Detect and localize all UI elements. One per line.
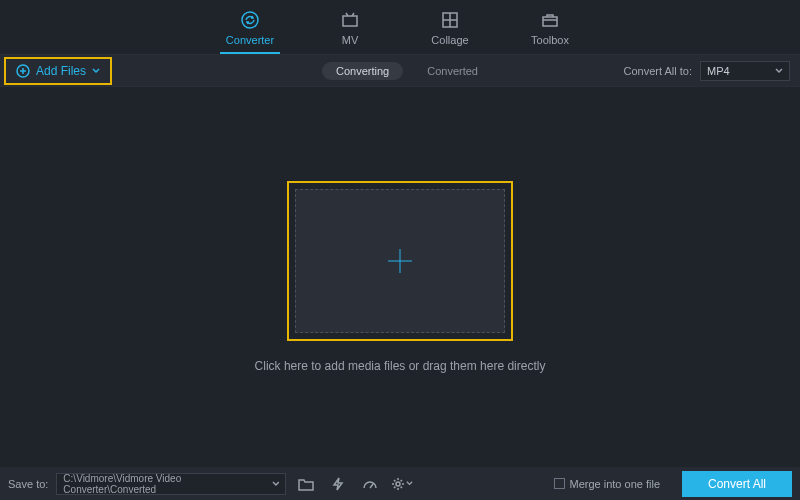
high-speed-button[interactable] (358, 473, 382, 495)
chevron-down-icon (406, 480, 413, 487)
nav-tab-collage[interactable]: Collage (420, 10, 480, 54)
merge-label: Merge into one file (570, 478, 661, 490)
nav-label: Collage (431, 34, 468, 46)
svg-point-0 (242, 12, 258, 28)
format-value: MP4 (707, 65, 730, 77)
tab-converting[interactable]: Converting (322, 62, 403, 80)
folder-icon (298, 477, 314, 491)
toolbox-icon (540, 10, 560, 30)
nav-tab-toolbox[interactable]: Toolbox (520, 10, 580, 54)
lightning-icon (331, 477, 345, 491)
checkbox-box (554, 478, 565, 489)
chevron-down-icon (272, 480, 280, 488)
nav-tab-mv[interactable]: MV (320, 10, 380, 54)
chevron-down-icon (775, 67, 783, 75)
plus-icon (383, 244, 417, 278)
convert-all-to-label: Convert All to: (624, 65, 692, 77)
add-files-label: Add Files (36, 64, 86, 78)
add-files-button[interactable]: Add Files (4, 57, 112, 85)
gauge-icon (362, 477, 378, 491)
convert-all-label: Convert All (708, 477, 766, 491)
nav-tab-converter[interactable]: Converter (220, 10, 280, 54)
save-path-select[interactable]: C:\Vidmore\Vidmore Video Converter\Conve… (56, 473, 286, 495)
converter-icon (240, 10, 260, 30)
svg-rect-1 (343, 16, 357, 26)
top-nav: Converter MV Collage Toolbox (0, 0, 800, 55)
svg-rect-3 (543, 17, 557, 26)
tab-converted[interactable]: Converted (427, 65, 478, 77)
mv-icon (340, 10, 360, 30)
nav-label: Converter (226, 34, 274, 46)
hw-accel-button[interactable] (326, 473, 350, 495)
drop-hint-text: Click here to add media files or drag th… (255, 359, 546, 373)
settings-button[interactable] (390, 473, 414, 495)
collage-icon (440, 10, 460, 30)
gear-icon (391, 477, 405, 491)
save-to-label: Save to: (8, 478, 48, 490)
bottom-bar: Save to: C:\Vidmore\Vidmore Video Conver… (0, 467, 800, 500)
drop-zone[interactable] (295, 189, 505, 333)
nav-label: Toolbox (531, 34, 569, 46)
plus-circle-icon (16, 64, 30, 78)
sub-bar: Add Files Converting Converted Convert A… (0, 55, 800, 87)
open-folder-button[interactable] (294, 473, 318, 495)
nav-label: MV (342, 34, 359, 46)
svg-point-5 (396, 482, 400, 486)
convert-all-button[interactable]: Convert All (682, 471, 792, 497)
format-select[interactable]: MP4 (700, 61, 790, 81)
chevron-down-icon (92, 67, 100, 75)
main-area: Click here to add media files or drag th… (0, 87, 800, 467)
save-path-value: C:\Vidmore\Vidmore Video Converter\Conve… (63, 473, 271, 495)
convert-all-to: Convert All to: MP4 (624, 61, 800, 81)
drop-zone-highlight (287, 181, 513, 341)
status-tabs: Converting Converted (322, 55, 478, 87)
merge-checkbox[interactable]: Merge into one file (554, 478, 661, 490)
